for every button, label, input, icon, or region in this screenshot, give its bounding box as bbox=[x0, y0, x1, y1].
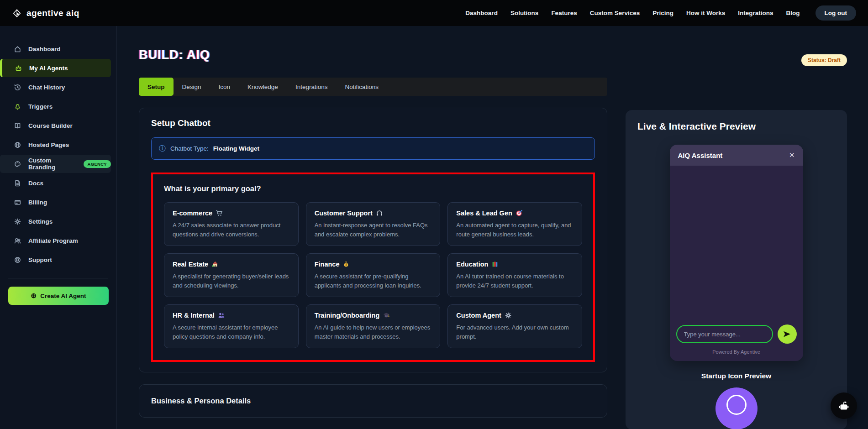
books-icon bbox=[491, 261, 499, 268]
sidebar-item-affiliate-program[interactable]: Affiliate Program bbox=[0, 231, 111, 250]
credit-card-icon bbox=[14, 199, 21, 206]
people-icon bbox=[218, 312, 225, 319]
brand-name: agentive aiq bbox=[26, 8, 79, 18]
builder-tabs: Setup Design Icon Knowledge Integrations… bbox=[139, 78, 607, 96]
sidebar-item-settings[interactable]: Settings bbox=[0, 212, 111, 230]
sidebar-item-triggers[interactable]: Triggers bbox=[0, 97, 111, 115]
nav-custom-services[interactable]: Custom Services bbox=[590, 10, 640, 16]
chatbot-type-value: Floating Widget bbox=[213, 145, 259, 152]
info-icon: ⓘ bbox=[159, 144, 166, 153]
goal-card-finance[interactable]: Finance $ A secure assistant for pre-qua… bbox=[306, 253, 441, 297]
palette-icon bbox=[14, 160, 21, 168]
bell-icon bbox=[14, 103, 21, 110]
chat-launcher-button[interactable] bbox=[831, 392, 857, 419]
preview-column: Live & Interactive Preview AIQ Assistant… bbox=[626, 48, 847, 429]
book-icon bbox=[14, 122, 21, 130]
svg-text:$: $ bbox=[346, 263, 347, 267]
powered-by-label: Powered By Agentive bbox=[670, 349, 803, 355]
goal-card-hr-internal[interactable]: HR & Internal A secure internal assistan… bbox=[164, 304, 299, 348]
brand-logo-icon bbox=[12, 8, 22, 18]
robot-head-icon bbox=[837, 399, 851, 413]
primary-goal-heading: What is your primary goal? bbox=[164, 184, 582, 193]
chat-widget-header: AIQ Assistant ✕ bbox=[670, 145, 803, 166]
tab-integrations[interactable]: Integrations bbox=[287, 78, 337, 96]
document-icon bbox=[14, 179, 21, 187]
primary-goal-section: What is your primary goal? E-commerce A … bbox=[151, 173, 595, 362]
close-icon[interactable]: ✕ bbox=[789, 151, 795, 159]
goal-card-real-estate[interactable]: Real Estate A specialist for generating … bbox=[164, 253, 299, 297]
goal-card-customer-support[interactable]: Customer Support An instant-response age… bbox=[306, 202, 441, 246]
tab-notifications[interactable]: Notifications bbox=[336, 78, 387, 96]
top-nav-links: Dashboard Solutions Features Custom Serv… bbox=[465, 5, 856, 21]
nav-blog[interactable]: Blog bbox=[786, 10, 800, 16]
nav-pricing[interactable]: Pricing bbox=[652, 10, 673, 16]
sidebar: Dashboard My AI Agents Chat History Trig… bbox=[0, 26, 117, 429]
headphones-icon bbox=[376, 209, 383, 217]
tab-icon[interactable]: Icon bbox=[210, 78, 239, 96]
graduation-cap-icon bbox=[383, 312, 390, 319]
nav-integrations[interactable]: Integrations bbox=[738, 10, 773, 16]
sidebar-item-docs[interactable]: Docs bbox=[0, 174, 111, 192]
main-content: Status: Draft BUILD: AIQ Setup Design Ic… bbox=[117, 26, 868, 429]
goal-grid: E-commerce A 24/7 sales associate to ans… bbox=[164, 202, 582, 348]
gear-icon bbox=[14, 218, 21, 225]
create-ai-agent-button[interactable]: ⊕ Create AI Agent bbox=[8, 287, 109, 305]
send-button[interactable] bbox=[778, 324, 797, 344]
sidebar-item-billing[interactable]: Billing bbox=[0, 193, 111, 211]
tab-design[interactable]: Design bbox=[174, 78, 210, 96]
sidebar-item-support[interactable]: Support bbox=[0, 251, 111, 269]
target-icon bbox=[516, 209, 523, 217]
goal-card-custom-agent[interactable]: Custom Agent For advanced users. Add you… bbox=[447, 304, 582, 348]
status-badge: Status: Draft bbox=[801, 54, 847, 66]
users-icon bbox=[14, 237, 21, 245]
chatbot-type-banner: ⓘ Chatbot Type: Floating Widget bbox=[151, 137, 595, 160]
live-preview-heading: Live & Interactive Preview bbox=[637, 121, 756, 132]
robot-icon bbox=[15, 64, 22, 72]
nav-solutions[interactable]: Solutions bbox=[510, 10, 539, 16]
history-icon bbox=[14, 84, 21, 91]
tab-knowledge[interactable]: Knowledge bbox=[239, 78, 287, 96]
nav-features[interactable]: Features bbox=[551, 10, 577, 16]
builder-column: BUILD: AIQ Setup Design Icon Knowledge I… bbox=[139, 48, 607, 429]
money-bag-icon: $ bbox=[342, 261, 350, 268]
life-ring-icon bbox=[14, 256, 21, 264]
business-persona-heading: Business & Persona Details bbox=[151, 397, 595, 405]
sidebar-item-chat-history[interactable]: Chat History bbox=[0, 78, 111, 96]
nav-how-it-works[interactable]: How it Works bbox=[686, 10, 725, 16]
sidebar-item-custom-branding[interactable]: Custom Branding AGENCY bbox=[0, 155, 111, 173]
business-persona-card: Business & Persona Details bbox=[139, 384, 607, 418]
chatbot-type-label: Chatbot Type: bbox=[170, 145, 209, 152]
house-icon bbox=[211, 261, 219, 268]
live-preview-panel: Live & Interactive Preview AIQ Assistant… bbox=[626, 110, 847, 429]
send-icon bbox=[783, 330, 791, 338]
sidebar-item-course-builder[interactable]: Course Builder bbox=[0, 116, 111, 135]
setup-chatbot-card: Setup Chatbot ⓘ Chatbot Type: Floating W… bbox=[139, 108, 607, 372]
logout-button[interactable]: Log out bbox=[815, 5, 856, 21]
top-navigation-bar: agentive aiq Dashboard Solutions Feature… bbox=[0, 0, 868, 26]
gear-icon bbox=[505, 312, 512, 319]
startup-icon-preview-label: Startup Icon Preview bbox=[701, 372, 771, 380]
tab-setup[interactable]: Setup bbox=[139, 78, 174, 96]
sidebar-item-dashboard[interactable]: Dashboard bbox=[0, 40, 111, 58]
sidebar-item-hosted-pages[interactable]: Hosted Pages bbox=[0, 136, 111, 154]
home-icon bbox=[14, 45, 21, 53]
chat-widget-title: AIQ Assistant bbox=[678, 152, 723, 159]
chat-message-input[interactable] bbox=[676, 325, 773, 343]
brand: agentive aiq bbox=[12, 8, 79, 18]
chat-input-row bbox=[670, 324, 803, 344]
startup-icon-preview bbox=[715, 387, 758, 429]
setup-chatbot-heading: Setup Chatbot bbox=[151, 118, 595, 128]
agency-badge: AGENCY bbox=[84, 160, 111, 168]
sidebar-item-my-ai-agents[interactable]: My AI Agents bbox=[0, 59, 111, 77]
goal-card-education[interactable]: Education An AI tutor trained on course … bbox=[447, 253, 582, 297]
goal-card-sales-lead-gen[interactable]: Sales & Lead Gen An automated agent to c… bbox=[447, 202, 582, 246]
goal-card-training-onboarding[interactable]: Training/Onboarding An AI guide to help … bbox=[306, 304, 441, 348]
nav-dashboard[interactable]: Dashboard bbox=[465, 10, 498, 16]
page-title: BUILD: AIQ bbox=[139, 48, 607, 62]
chat-message-area bbox=[670, 166, 803, 324]
globe-icon bbox=[14, 141, 21, 149]
goal-card-ecommerce[interactable]: E-commerce A 24/7 sales associate to ans… bbox=[164, 202, 299, 246]
sidebar-divider bbox=[8, 278, 108, 278]
chat-widget-preview: AIQ Assistant ✕ Powered By Agentive bbox=[670, 145, 803, 361]
plus-icon: ⊕ bbox=[31, 292, 37, 300]
